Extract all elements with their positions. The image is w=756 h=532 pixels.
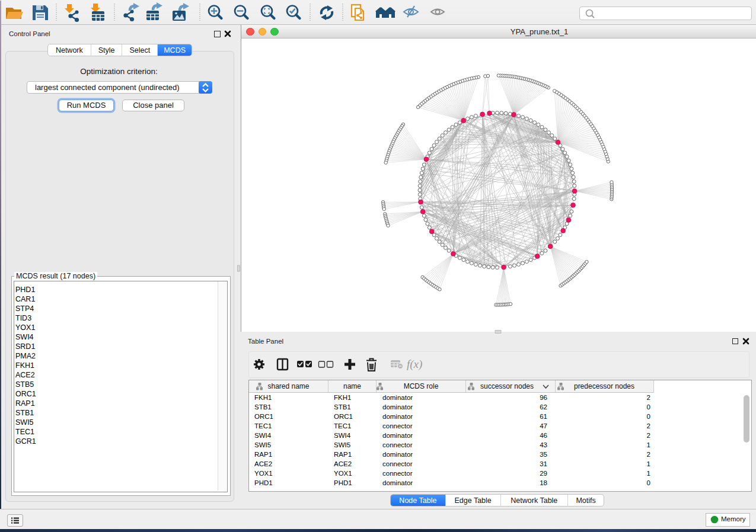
- svg-text:f(x): f(x): [407, 358, 422, 371]
